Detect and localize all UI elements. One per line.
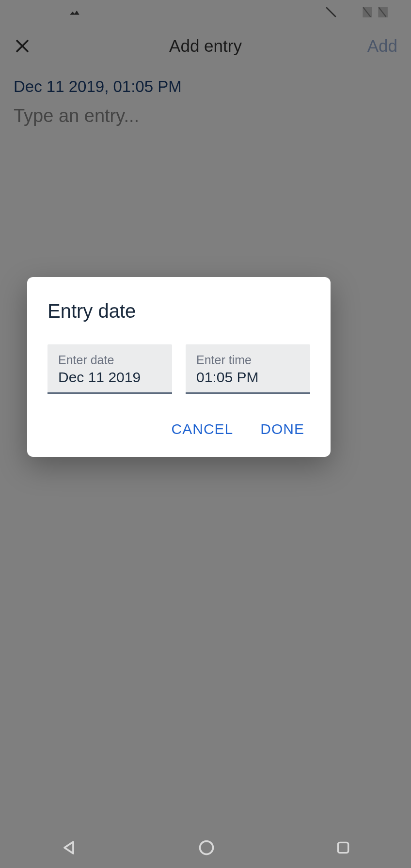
time-field-value: 01:05 PM: [196, 369, 300, 386]
done-button[interactable]: DONE: [258, 417, 306, 441]
svg-rect-10: [338, 842, 348, 852]
date-field-label: Enter date: [58, 353, 161, 367]
dialog-actions: CANCEL DONE: [47, 417, 310, 441]
back-icon[interactable]: [60, 839, 78, 856]
svg-point-9: [200, 841, 213, 854]
dialog-fields: Enter date Dec 11 2019 Enter time 01:05 …: [47, 344, 310, 394]
recent-icon[interactable]: [335, 840, 351, 855]
android-nav-bar: [0, 827, 411, 868]
time-field-label: Enter time: [196, 353, 300, 367]
cancel-button[interactable]: CANCEL: [170, 417, 236, 441]
home-icon[interactable]: [198, 839, 215, 856]
time-field[interactable]: Enter time 01:05 PM: [186, 344, 310, 394]
dialog-title: Entry date: [47, 300, 310, 322]
date-field[interactable]: Enter date Dec 11 2019: [47, 344, 172, 394]
entry-date-dialog: Entry date Enter date Dec 11 2019 Enter …: [27, 277, 331, 457]
date-field-value: Dec 11 2019: [58, 369, 161, 386]
